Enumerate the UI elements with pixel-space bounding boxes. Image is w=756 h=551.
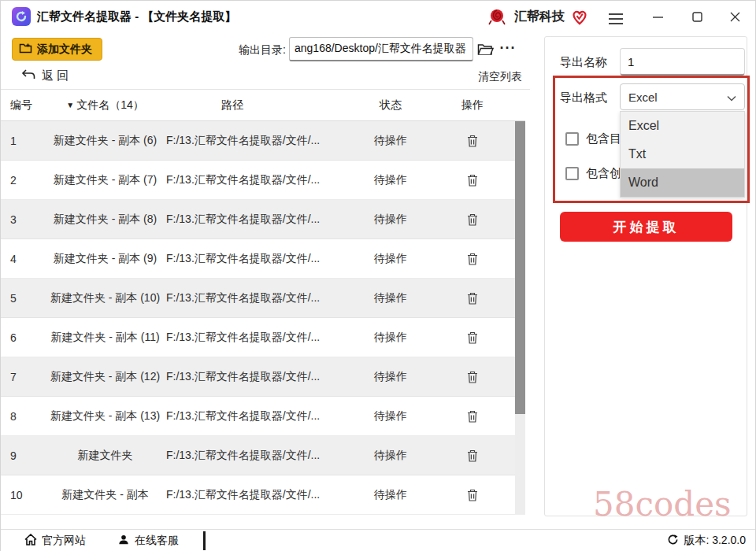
verified-heart-badge-icon [571, 9, 588, 26]
browse-folder-icon[interactable] [476, 41, 494, 58]
sort-desc-icon: ▼ [66, 101, 74, 109]
table-row[interactable]: 8新建文件夹 - 副本 (13) F:/13.汇帮文件名提取器/文件/...待操… [1, 397, 525, 436]
online-support-link[interactable]: 在线客服 [117, 530, 179, 551]
menu-icon[interactable] [607, 10, 624, 23]
file-table: 编号 ▼ 文件名（14） 路径 状态 操作 1新建文件夹 - 副本 (6) F:… [1, 90, 525, 515]
brand-name: 汇帮科技 [514, 1, 565, 32]
minimize-button[interactable] [640, 1, 675, 32]
window-title: 汇帮文件名提取器 - 【文件夹名提取】 [37, 1, 236, 32]
table-row[interactable]: 5新建文件夹 - 副本 (10) F:/13.汇帮文件名提取器/文件/...待操… [1, 279, 525, 318]
table-row[interactable]: 3新建文件夹 - 副本 (8) F:/13.汇帮文件名提取器/文件/...待操作 [1, 200, 525, 239]
table-row[interactable]: 7新建文件夹 - 副本 (12) F:/13.汇帮文件名提取器/文件/...待操… [1, 357, 525, 397]
export-format-value: Excel [628, 91, 658, 104]
export-name-label: 导出名称 [560, 55, 607, 70]
dropdown-option-excel[interactable]: Excel [621, 112, 744, 140]
delete-row-icon[interactable] [466, 449, 479, 463]
checkbox-label-1: 包含目 [586, 131, 621, 146]
output-dir-label: 输出目录: [221, 38, 286, 61]
export-name-input[interactable] [620, 48, 745, 76]
footer-bar: 官方网站 在线客服 版本: 3.2.0.0 [1, 529, 755, 551]
checkbox-row-2: 包含创 [565, 166, 621, 181]
version-info: 版本: 3.2.0.0 [667, 530, 746, 551]
delete-row-icon[interactable] [466, 173, 479, 187]
undo-arrow-icon [21, 69, 35, 83]
title-bar: 汇帮文件名提取器 - 【文件夹名提取】 汇帮科技 [1, 1, 755, 32]
chevron-down-icon [727, 91, 736, 104]
back-label: 返 回 [42, 68, 69, 83]
customer-service-icon [117, 534, 130, 548]
header-path[interactable]: 路径 [166, 98, 347, 113]
dropdown-option-txt[interactable]: Txt [621, 140, 744, 168]
rose-icon [487, 7, 506, 26]
app-window: 汇帮文件名提取器 - 【文件夹名提取】 汇帮科技 添加文件夹 输出目录: ··· [0, 0, 756, 551]
table-row[interactable]: 10新建文件夹 - 副本 F:/13.汇帮文件名提取器/文件/...待操作 [1, 475, 525, 515]
delete-row-icon[interactable] [466, 134, 479, 148]
table-header-row: 编号 ▼ 文件名（14） 路径 状态 操作 [1, 90, 525, 121]
export-format-select[interactable]: Excel [620, 83, 745, 110]
list-action-bar: 返 回 清空列表 [1, 65, 530, 90]
export-format-label: 导出格式 [560, 91, 607, 105]
maximize-button[interactable] [680, 1, 714, 32]
folder-plus-icon [19, 43, 32, 57]
delete-row-icon[interactable] [466, 409, 479, 423]
checkbox-label-2: 包含创 [586, 166, 621, 181]
start-extract-button[interactable]: 开始提取 [560, 212, 732, 242]
delete-row-icon[interactable] [466, 252, 479, 266]
checkbox-row-1: 包含目 [565, 131, 621, 146]
header-status[interactable]: 状态 [347, 98, 434, 113]
header-action: 操作 [434, 98, 511, 113]
add-folder-button[interactable]: 添加文件夹 [12, 38, 102, 61]
delete-row-icon[interactable] [466, 331, 479, 345]
app-logo-icon [12, 7, 31, 26]
official-site-link[interactable]: 官方网站 [24, 530, 86, 551]
footer-divider [203, 531, 206, 550]
home-icon [24, 534, 37, 548]
checkbox-include-1[interactable] [565, 132, 579, 146]
delete-row-icon[interactable] [466, 213, 479, 227]
header-index[interactable]: 编号 [1, 98, 44, 113]
scrollbar-thumb[interactable] [515, 121, 525, 414]
table-row[interactable]: 9新建文件夹 F:/13.汇帮文件名提取器/文件/...待操作 [1, 436, 525, 475]
back-button[interactable]: 返 回 [21, 68, 69, 83]
table-row[interactable]: 2新建文件夹 - 副本 (7) F:/13.汇帮文件名提取器/文件/...待操作 [1, 161, 525, 200]
header-name[interactable]: ▼ 文件名（14） [44, 98, 166, 113]
table-row[interactable]: 6新建文件夹 - 副本 (11) F:/13.汇帮文件名提取器/文件/...待操… [1, 318, 525, 357]
delete-row-icon[interactable] [466, 488, 479, 502]
format-dropdown-list: Excel Txt Word [620, 111, 745, 198]
refresh-icon[interactable] [667, 534, 679, 548]
output-dir-input[interactable] [289, 37, 473, 61]
more-options-button[interactable]: ··· [498, 38, 518, 61]
checkbox-include-2[interactable] [565, 167, 579, 180]
delete-row-icon[interactable] [466, 291, 479, 305]
clear-list-button[interactable]: 清空列表 [478, 70, 522, 84]
close-button[interactable] [717, 1, 752, 32]
table-row[interactable]: 1新建文件夹 - 副本 (6) F:/13.汇帮文件名提取器/文件/...待操作 [1, 121, 525, 161]
add-folder-label: 添加文件夹 [37, 43, 92, 57]
delete-row-icon[interactable] [466, 370, 479, 384]
table-row[interactable]: 4新建文件夹 - 副本 (9) F:/13.汇帮文件名提取器/文件/...待操作 [1, 239, 525, 279]
table-scrollbar[interactable] [515, 121, 525, 515]
dropdown-option-word[interactable]: Word [621, 168, 744, 197]
